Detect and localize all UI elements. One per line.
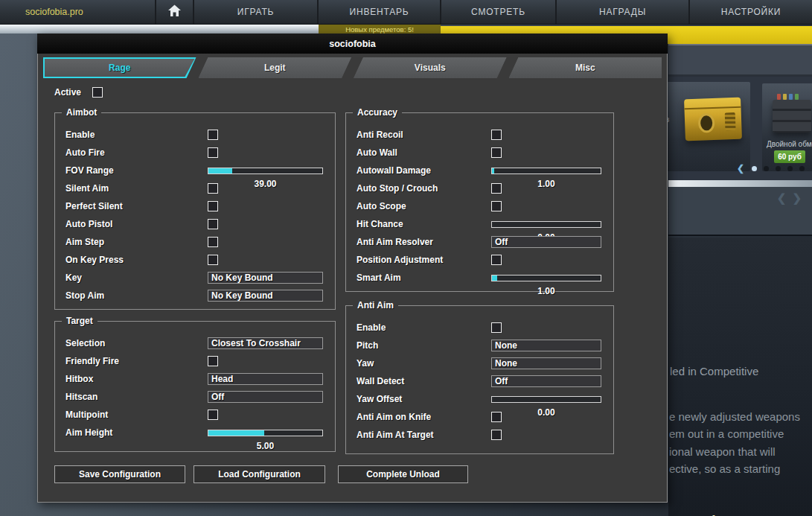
pitch-combo[interactable]: None [491,340,601,351]
case-wires [777,94,807,100]
auto-wall-checkbox[interactable] [491,147,502,158]
auto-wall-label: Auto Wall [357,147,491,158]
hitbox-control: Head [208,373,323,385]
autowall-damage-slider[interactable] [491,168,601,174]
anti-aim-resolver-combo[interactable]: Off [491,236,601,248]
position-adjustment-label: Position Adjustment [357,255,491,265]
nav-item-1[interactable]: ИГРАТЬ [193,0,317,24]
yaw-offset-slider[interactable] [491,396,601,403]
aimbot-row-on-key-press: On Key Press [65,251,323,269]
aim-height-slider-value: 5.00 [208,441,323,451]
auto-pistol-control [208,219,323,229]
aim-height-slider[interactable] [208,430,323,436]
aim-step-checkbox[interactable] [208,237,218,247]
yaw-combo[interactable]: None [491,357,601,369]
accuracy-row-anti-recoil: Anti Recoil [357,126,601,144]
store-panel-top [668,44,812,77]
exchange-case-image [773,100,811,133]
complete-unload-button[interactable]: Complete Unload [338,465,468,483]
aimbot-row-enable: Enable [65,126,323,144]
on-key-press-checkbox[interactable] [208,255,218,265]
fov-range-control: 39.00 [208,168,323,174]
store-card-case[interactable]: из [658,82,750,171]
key-combo[interactable]: No Key Bound [208,272,323,284]
save-configuration-button[interactable]: Save Configuration [54,465,185,483]
stop-aim-combo[interactable]: No Key Bound [208,290,323,302]
friendly-fire-checkbox[interactable] [208,356,218,366]
auto-pistol-checkbox[interactable] [208,219,218,229]
tab-bar: RageLegitVisualsMisc [43,57,662,78]
price-button[interactable]: 60 руб [774,150,805,163]
antiaim-row-anti-aim-at-target: Anti Aim At Target [357,426,601,444]
carousel-pagination: ❮ [737,163,812,173]
news-line: ional weapon that will [669,443,800,460]
nav-item-3[interactable]: СМОТРЕТЬ [440,0,555,24]
hitbox-combo[interactable]: Head [208,373,323,385]
auto-fire-checkbox[interactable] [208,147,218,158]
enable-checkbox[interactable] [491,322,502,333]
panel-nav-arrows-icon[interactable]: ❮❯ [777,191,808,205]
load-configuration-button[interactable]: Load Configuration [194,465,325,483]
fov-range-slider[interactable] [208,168,323,174]
anti-aim-resolver-label: Anti Aim Resolver [357,237,491,247]
anti-aim-group: Anti AimEnablePitchNoneYawNoneWall Detec… [345,305,614,454]
carousel-dot[interactable] [799,166,805,171]
top-navbar: sociofobia.pro ИГРАТЬИНВЕНТАРЬСМОТРЕТЬНА… [0,0,812,25]
smart-aim-slider[interactable] [491,275,601,281]
hitscan-combo[interactable]: Off [208,391,323,403]
wall-detect-combo[interactable]: Off [491,375,601,387]
news-body-fragment: e newly adjusted weaponsem out in a comp… [669,408,800,478]
accuracy-row-auto-scope: Auto Scope [357,197,601,215]
position-adjustment-checkbox[interactable] [491,255,502,265]
hitscan-label: Hitscan [65,392,208,402]
multipoint-checkbox[interactable] [208,410,218,420]
carousel-dot[interactable] [776,166,781,171]
nav-sheen-band [0,25,319,34]
perfect-silent-checkbox[interactable] [208,201,218,211]
enable-checkbox[interactable] [208,130,218,140]
anti-aim-at-target-checkbox[interactable] [491,430,502,440]
nav-item-2[interactable]: ИНВЕНТАРЬ [317,0,440,24]
store-card-title: Двойной обменни [767,140,812,148]
hit-chance-slider[interactable] [491,221,601,228]
aimbot-row-key: KeyNo Key Bound [65,269,323,287]
nav-item-4[interactable]: НАГРАДЫ [555,0,688,24]
on-key-press-label: On Key Press [65,255,208,265]
tab-legit[interactable]: Legit [199,57,352,78]
aimbot-group: AimbotEnableAuto FireFOV Range39.00Silen… [54,112,336,310]
auto-scope-checkbox[interactable] [491,201,502,211]
active-checkbox[interactable] [92,87,103,98]
enable-label: Enable [65,130,208,140]
carousel-dot[interactable] [752,166,757,171]
nav-item-5[interactable]: НАСТРОЙКИ [688,0,812,24]
auto-stop-crouch-checkbox[interactable] [491,183,502,194]
selection-control: Closest To Crosshair [208,337,323,349]
home-button[interactable] [155,0,193,24]
smart-aim-label: Smart Aim [357,273,491,283]
position-adjustment-control [491,255,601,265]
tab-rage[interactable]: Rage [43,57,196,78]
hit-chance-control: 0.00 [491,221,601,228]
carousel-dot[interactable] [764,166,769,171]
wall-detect-control: Off [491,375,601,387]
store-card-exchange[interactable]: Двойной обменни 60 руб [762,83,812,171]
accuracy-row-position-adjustment: Position Adjustment [357,251,601,269]
silent-aim-checkbox[interactable] [208,183,218,194]
tab-visuals[interactable]: Visuals [354,57,507,78]
enable-control [491,322,601,333]
window-title[interactable]: sociofobia [37,34,668,54]
tab-misc[interactable]: Misc [509,57,662,78]
carousel-dot[interactable] [787,166,793,171]
anti-recoil-checkbox[interactable] [491,130,502,140]
anti-aim-on-knife-checkbox[interactable] [491,412,502,422]
perfect-silent-control [208,201,323,211]
carousel-prev-icon[interactable]: ❮ [737,164,744,173]
case-vent [725,112,736,130]
selection-combo[interactable]: Closest To Crosshair [208,337,323,349]
hitbox-label: Hitbox [65,374,208,384]
aimbot-legend: Aimbot [62,107,101,118]
antiaim-row-wall-detect: Wall DetectOff [357,372,601,390]
store-panel-bottom: ❮❯ [668,187,812,236]
tab-label-legit: Legit [199,57,352,78]
anti-aim-resolver-control: Off [491,236,601,248]
